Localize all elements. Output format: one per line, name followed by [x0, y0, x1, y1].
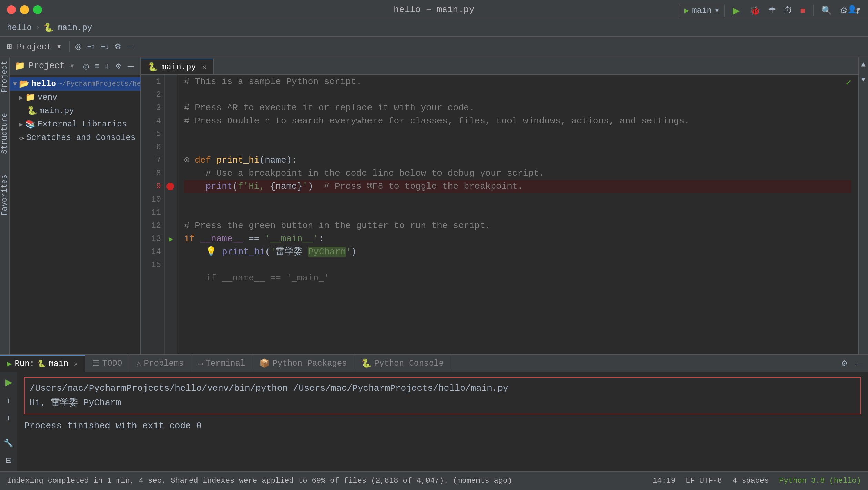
run-scroll-up-btn[interactable]: ↑: [5, 395, 12, 406]
editor-tab-mainpy[interactable]: 🐍 main.py ✕: [141, 59, 214, 74]
run-play-btn[interactable]: ▶: [4, 376, 13, 389]
favorites-side-label[interactable]: Favorites: [0, 175, 9, 216]
tree-label-ext-libs: External Libraries: [38, 120, 127, 129]
code-content[interactable]: # This is a sample Python script. # Pres…: [177, 75, 858, 354]
tree-label-venv: venv: [38, 93, 58, 102]
scope-btn[interactable]: ◎: [74, 41, 83, 52]
tree-item-ext-libs[interactable]: ▶ 📚 External Libraries: [10, 118, 140, 131]
bottom-settings-btn[interactable]: ⚙: [840, 358, 849, 369]
run-tab-config-icon: 🐍: [37, 359, 46, 368]
project-menu-btn[interactable]: ⊞ Project ▾: [7, 42, 62, 52]
bottom-tab-todo[interactable]: ☰ TODO: [85, 355, 130, 372]
git-update-btn[interactable]: ↕: [854, 4, 861, 17]
gutter: ▶: [165, 75, 177, 354]
tree-item-mainpy[interactable]: 🐍 main.py: [10, 104, 140, 118]
tree-item-hello[interactable]: ▼ 📂 hello ~/PycharmProjects/hello: [10, 77, 140, 91]
tree-item-venv[interactable]: ▶ 📁 venv: [10, 91, 140, 104]
tab-label-mainpy: main.py: [161, 62, 196, 72]
bottom-tabs: ▶ Run: 🐍 main ✕ ☰ TODO ⚠ Problems ▭ Term…: [0, 355, 868, 372]
terminal-icon: ▭: [198, 358, 203, 368]
right-icon-1[interactable]: ▲: [861, 61, 865, 69]
status-bar: Indexing completed in 1 min, 4 sec. Shar…: [0, 471, 868, 490]
side-labels: Project Structure Favorites: [0, 57, 10, 354]
arrow-right-icon-ext: ▶: [19, 121, 23, 128]
run-tab-label: Run:: [14, 359, 34, 368]
python-packages-icon: 📦: [259, 358, 270, 368]
run-scroll-down-btn[interactable]: ↓: [5, 412, 12, 423]
search-btn[interactable]: 🔍: [820, 4, 834, 17]
breakpoint-indicator[interactable]: [165, 180, 177, 193]
project-panel: 📁 Project ▾ ◎ ≡ ↕ ⚙ — ▼ 📂 hello ~/Pychar…: [10, 57, 141, 354]
run-gutter-icon[interactable]: ▶: [165, 232, 177, 245]
project-scope-btn[interactable]: ◎: [82, 61, 90, 72]
output-box: /Users/mac/PycharmProjects/hello/venv/bi…: [24, 377, 861, 414]
main-toolbar: ⊞ Project ▾ ◎ ≡↑ ≡↓ ⚙ — ▶ main ▾ ▶ 🐞 ☂ ⏱…: [0, 37, 868, 57]
status-encoding[interactable]: LF UTF-8: [686, 477, 722, 485]
project-collapse-btn[interactable]: ≡: [94, 61, 101, 71]
run-button[interactable]: ▶: [729, 3, 743, 17]
editor-checkmark: ✓: [846, 76, 851, 88]
minimize-button[interactable]: [20, 5, 29, 14]
folder-open-icon: 📂: [19, 79, 29, 89]
run-config-selector[interactable]: ▶ main ▾: [679, 4, 725, 17]
project-chevron[interactable]: ▾: [70, 61, 75, 71]
process-exit-line: Process finished with exit code 0: [24, 419, 861, 433]
settings-btn[interactable]: ⚙: [838, 4, 849, 17]
tree-label-scratches: Scratches and Consoles: [26, 133, 135, 142]
breadcrumb: hello › 🐍 main.py: [0, 19, 868, 37]
close-button[interactable]: [7, 5, 16, 14]
profile-button[interactable]: ⏱: [782, 4, 794, 17]
run-icon-small: ▶: [684, 6, 689, 16]
tree-path-hello: ~/PycharmProjects/hello: [58, 80, 140, 88]
breadcrumb-separator: ›: [35, 23, 40, 32]
bottom-tab-python-packages[interactable]: 📦 Python Packages: [252, 355, 354, 372]
editor-area: 🐍 main.py ✕ ✓ 1 2 3 4 5 6 7 8 9 10: [141, 57, 858, 354]
hide-btn[interactable]: —: [125, 41, 136, 52]
window-controls[interactable]: [7, 5, 42, 14]
bottom-tab-run[interactable]: ▶ Run: 🐍 main ✕: [0, 355, 85, 372]
run-controls: ▶ ↑ ↓ 🔧 ⊟ ≡ 🖨 🗑: [0, 372, 17, 471]
run-tab-icon: ▶: [7, 359, 12, 369]
bottom-hide-btn[interactable]: —: [854, 358, 865, 369]
project-settings-btn[interactable]: ⚙: [114, 61, 123, 72]
status-line-col[interactable]: 14:19: [653, 477, 675, 485]
stop-button[interactable]: ■: [799, 4, 807, 17]
collapse-btn[interactable]: ≡↑: [86, 41, 97, 52]
expand-btn[interactable]: ≡↓: [99, 41, 110, 52]
breadcrumb-file[interactable]: main.py: [57, 23, 92, 32]
file-python-icon: 🐍: [27, 106, 37, 116]
tab-close-btn[interactable]: ✕: [202, 63, 206, 71]
arrow-down-icon: ▼: [13, 81, 17, 88]
maximize-button[interactable]: [33, 5, 42, 14]
tab-icon-python: 🐍: [148, 62, 158, 72]
output-result: Hi, 雷学委 PyCharm: [30, 396, 856, 410]
project-expand-btn[interactable]: ↕: [104, 61, 110, 71]
project-side-label[interactable]: Project: [0, 61, 9, 92]
editor-tabs: 🐍 main.py ✕ ✓: [141, 57, 858, 75]
right-icon-2[interactable]: ▼: [861, 75, 865, 83]
bottom-tab-terminal[interactable]: ▭ Terminal: [191, 355, 253, 372]
bottom-tab-problems[interactable]: ⚠ Problems: [129, 355, 191, 372]
coverage-button[interactable]: ☂: [767, 4, 777, 17]
debug-button[interactable]: 🐞: [748, 4, 762, 17]
settings-gear-btn[interactable]: ⚙: [113, 41, 123, 52]
problems-label: Problems: [144, 359, 184, 368]
venv-folder-icon: 📁: [25, 92, 36, 102]
run-tab-close[interactable]: ✕: [74, 360, 78, 368]
window-title: hello – main.py: [394, 4, 474, 15]
python-packages-label: Python Packages: [272, 359, 347, 368]
code-editor[interactable]: 1 2 3 4 5 6 7 8 9 10 11 12 13 14 15: [141, 75, 858, 354]
status-indent[interactable]: 4 spaces: [733, 477, 769, 485]
bottom-tab-python-console[interactable]: 🐍 Python Console: [354, 355, 451, 372]
status-message: Indexing completed in 1 min, 4 sec. Shar…: [7, 477, 512, 485]
run-panel-content: ▶ ↑ ↓ 🔧 ⊟ ≡ 🖨 🗑 /Users/mac/PycharmProjec…: [0, 372, 868, 471]
tree-item-scratches[interactable]: ✏ Scratches and Consoles: [10, 131, 140, 144]
run-layout-btn[interactable]: ⊟: [4, 455, 13, 466]
bottom-panel: ▶ Run: 🐍 main ✕ ☰ TODO ⚠ Problems ▭ Term…: [0, 354, 868, 471]
run-wrench-btn[interactable]: 🔧: [2, 437, 14, 449]
breadcrumb-hello[interactable]: hello: [7, 23, 32, 32]
structure-side-label[interactable]: Structure: [0, 113, 9, 154]
project-hide-btn[interactable]: —: [126, 61, 136, 71]
status-python[interactable]: Python 3.8 (hello): [779, 477, 861, 485]
ext-libs-icon: 📚: [25, 119, 36, 129]
